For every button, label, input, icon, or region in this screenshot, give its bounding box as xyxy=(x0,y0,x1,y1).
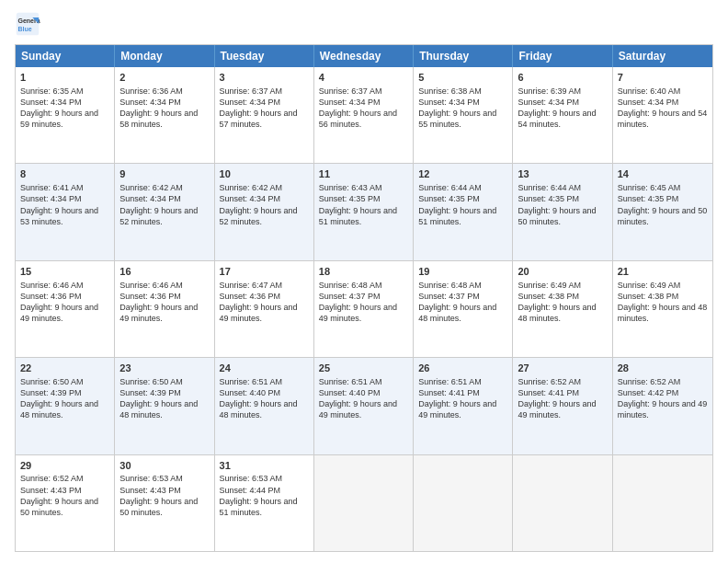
weekday-header-sunday: Sunday xyxy=(16,45,115,67)
day-cell-21: 21Sunrise: 6:49 AM Sunset: 4:38 PM Dayli… xyxy=(613,261,712,357)
day-cell-26: 26Sunrise: 6:51 AM Sunset: 4:41 PM Dayli… xyxy=(414,358,513,454)
weekday-header-thursday: Thursday xyxy=(414,45,513,67)
day-info: Sunrise: 6:51 AM Sunset: 4:40 PM Dayligh… xyxy=(319,376,408,421)
day-info: Sunrise: 6:37 AM Sunset: 4:34 PM Dayligh… xyxy=(319,86,408,131)
day-info: Sunrise: 6:50 AM Sunset: 4:39 PM Dayligh… xyxy=(119,376,209,421)
weekday-header-monday: Monday xyxy=(115,45,214,67)
day-info: Sunrise: 6:41 AM Sunset: 4:34 PM Dayligh… xyxy=(20,182,109,227)
calendar-row-4: 29Sunrise: 6:52 AM Sunset: 4:43 PM Dayli… xyxy=(16,455,712,551)
day-info: Sunrise: 6:48 AM Sunset: 4:37 PM Dayligh… xyxy=(418,280,507,325)
day-number: 17 xyxy=(220,265,309,279)
day-info: Sunrise: 6:52 AM Sunset: 4:41 PM Dayligh… xyxy=(518,376,607,421)
day-number: 20 xyxy=(518,265,607,279)
day-cell-8: 8Sunrise: 6:41 AM Sunset: 4:34 PM Daylig… xyxy=(16,164,115,259)
day-info: Sunrise: 6:48 AM Sunset: 4:37 PM Dayligh… xyxy=(319,280,408,325)
day-number: 11 xyxy=(319,167,408,181)
calendar-row-2: 15Sunrise: 6:46 AM Sunset: 4:36 PM Dayli… xyxy=(16,261,712,358)
day-info: Sunrise: 6:49 AM Sunset: 4:38 PM Dayligh… xyxy=(518,280,607,325)
day-number: 19 xyxy=(418,265,507,279)
logo: General Blue xyxy=(15,11,44,37)
day-cell-17: 17Sunrise: 6:47 AM Sunset: 4:36 PM Dayli… xyxy=(215,261,314,357)
day-info: Sunrise: 6:50 AM Sunset: 4:39 PM Dayligh… xyxy=(20,376,109,421)
day-number: 2 xyxy=(119,71,209,85)
empty-cell xyxy=(513,455,612,551)
day-number: 21 xyxy=(618,265,708,279)
day-number: 27 xyxy=(518,362,607,375)
weekday-header-friday: Friday xyxy=(513,45,612,67)
day-cell-10: 10Sunrise: 6:42 AM Sunset: 4:34 PM Dayli… xyxy=(215,164,314,259)
day-cell-16: 16Sunrise: 6:46 AM Sunset: 4:36 PM Dayli… xyxy=(115,261,214,357)
day-cell-31: 31Sunrise: 6:53 AM Sunset: 4:44 PM Dayli… xyxy=(215,455,314,551)
day-cell-25: 25Sunrise: 6:51 AM Sunset: 4:40 PM Dayli… xyxy=(314,358,414,454)
calendar-row-3: 22Sunrise: 6:50 AM Sunset: 4:39 PM Dayli… xyxy=(16,358,712,454)
day-info: Sunrise: 6:53 AM Sunset: 4:44 PM Dayligh… xyxy=(220,473,309,518)
day-number: 3 xyxy=(220,71,309,85)
day-number: 12 xyxy=(418,167,507,181)
day-info: Sunrise: 6:46 AM Sunset: 4:36 PM Dayligh… xyxy=(119,280,209,325)
day-cell-13: 13Sunrise: 6:44 AM Sunset: 4:35 PM Dayli… xyxy=(513,164,612,259)
day-cell-18: 18Sunrise: 6:48 AM Sunset: 4:37 PM Dayli… xyxy=(314,261,414,357)
day-info: Sunrise: 6:47 AM Sunset: 4:36 PM Dayligh… xyxy=(220,280,309,325)
day-number: 30 xyxy=(119,459,209,473)
day-cell-20: 20Sunrise: 6:49 AM Sunset: 4:38 PM Dayli… xyxy=(513,261,612,357)
day-info: Sunrise: 6:37 AM Sunset: 4:34 PM Dayligh… xyxy=(220,86,309,131)
day-info: Sunrise: 6:44 AM Sunset: 4:35 PM Dayligh… xyxy=(518,182,607,227)
day-number: 22 xyxy=(20,362,109,375)
calendar-row-1: 8Sunrise: 6:41 AM Sunset: 4:34 PM Daylig… xyxy=(16,164,712,260)
day-cell-3: 3Sunrise: 6:37 AM Sunset: 4:34 PM Daylig… xyxy=(215,67,314,163)
day-number: 6 xyxy=(518,71,607,85)
day-info: Sunrise: 6:49 AM Sunset: 4:38 PM Dayligh… xyxy=(618,280,708,325)
day-info: Sunrise: 6:35 AM Sunset: 4:34 PM Dayligh… xyxy=(20,86,109,131)
day-number: 5 xyxy=(418,71,507,85)
calendar-body: 1Sunrise: 6:35 AM Sunset: 4:34 PM Daylig… xyxy=(16,67,712,551)
day-cell-19: 19Sunrise: 6:48 AM Sunset: 4:37 PM Dayli… xyxy=(414,261,513,357)
day-cell-27: 27Sunrise: 6:52 AM Sunset: 4:41 PM Dayli… xyxy=(513,358,612,454)
day-cell-7: 7Sunrise: 6:40 AM Sunset: 4:34 PM Daylig… xyxy=(613,67,712,163)
day-number: 13 xyxy=(518,167,607,181)
day-cell-1: 1Sunrise: 6:35 AM Sunset: 4:34 PM Daylig… xyxy=(16,67,115,163)
day-cell-29: 29Sunrise: 6:52 AM Sunset: 4:43 PM Dayli… xyxy=(16,455,115,551)
day-number: 18 xyxy=(319,265,408,279)
day-info: Sunrise: 6:52 AM Sunset: 4:43 PM Dayligh… xyxy=(20,473,109,518)
day-info: Sunrise: 6:45 AM Sunset: 4:35 PM Dayligh… xyxy=(618,182,708,227)
day-number: 16 xyxy=(119,265,209,279)
day-cell-28: 28Sunrise: 6:52 AM Sunset: 4:42 PM Dayli… xyxy=(613,358,712,454)
day-number: 26 xyxy=(418,362,507,375)
svg-text:Blue: Blue xyxy=(18,26,32,32)
page: General Blue SundayMondayTuesdayWednesda… xyxy=(0,0,728,563)
day-number: 14 xyxy=(618,167,708,181)
day-cell-2: 2Sunrise: 6:36 AM Sunset: 4:34 PM Daylig… xyxy=(115,67,214,163)
weekday-header-saturday: Saturday xyxy=(613,45,712,67)
weekday-header-tuesday: Tuesday xyxy=(215,45,314,67)
day-cell-24: 24Sunrise: 6:51 AM Sunset: 4:40 PM Dayli… xyxy=(215,358,314,454)
day-number: 24 xyxy=(220,362,309,375)
day-number: 9 xyxy=(119,167,209,181)
empty-cell xyxy=(613,455,712,551)
day-cell-11: 11Sunrise: 6:43 AM Sunset: 4:35 PM Dayli… xyxy=(314,164,414,259)
day-number: 15 xyxy=(20,265,109,279)
day-info: Sunrise: 6:44 AM Sunset: 4:35 PM Dayligh… xyxy=(418,182,507,227)
day-cell-9: 9Sunrise: 6:42 AM Sunset: 4:34 PM Daylig… xyxy=(115,164,214,259)
day-info: Sunrise: 6:51 AM Sunset: 4:40 PM Dayligh… xyxy=(220,376,309,421)
day-info: Sunrise: 6:39 AM Sunset: 4:34 PM Dayligh… xyxy=(518,86,607,131)
day-info: Sunrise: 6:43 AM Sunset: 4:35 PM Dayligh… xyxy=(319,182,408,227)
day-number: 25 xyxy=(319,362,408,375)
day-cell-23: 23Sunrise: 6:50 AM Sunset: 4:39 PM Dayli… xyxy=(115,358,214,454)
day-cell-12: 12Sunrise: 6:44 AM Sunset: 4:35 PM Dayli… xyxy=(414,164,513,259)
day-cell-15: 15Sunrise: 6:46 AM Sunset: 4:36 PM Dayli… xyxy=(16,261,115,357)
day-number: 10 xyxy=(220,167,309,181)
day-cell-30: 30Sunrise: 6:53 AM Sunset: 4:43 PM Dayli… xyxy=(115,455,214,551)
day-info: Sunrise: 6:38 AM Sunset: 4:34 PM Dayligh… xyxy=(418,86,507,131)
day-info: Sunrise: 6:46 AM Sunset: 4:36 PM Dayligh… xyxy=(20,280,109,325)
calendar-header: SundayMondayTuesdayWednesdayThursdayFrid… xyxy=(16,45,712,67)
header: General Blue xyxy=(15,11,713,37)
day-info: Sunrise: 6:52 AM Sunset: 4:42 PM Dayligh… xyxy=(618,376,708,421)
logo-icon: General Blue xyxy=(15,11,40,37)
day-cell-5: 5Sunrise: 6:38 AM Sunset: 4:34 PM Daylig… xyxy=(414,67,513,163)
day-info: Sunrise: 6:40 AM Sunset: 4:34 PM Dayligh… xyxy=(618,86,708,131)
day-info: Sunrise: 6:36 AM Sunset: 4:34 PM Dayligh… xyxy=(119,86,209,131)
day-number: 4 xyxy=(319,71,408,85)
day-cell-14: 14Sunrise: 6:45 AM Sunset: 4:35 PM Dayli… xyxy=(613,164,712,259)
day-cell-22: 22Sunrise: 6:50 AM Sunset: 4:39 PM Dayli… xyxy=(16,358,115,454)
calendar: SundayMondayTuesdayWednesdayThursdayFrid… xyxy=(15,44,713,552)
